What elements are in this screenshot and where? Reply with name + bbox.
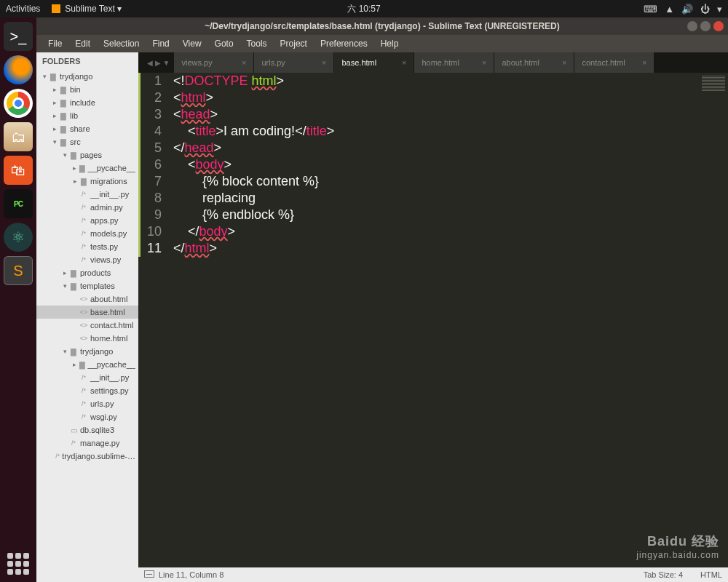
menu-file[interactable]: File xyxy=(42,37,68,50)
disclosure-arrow-icon[interactable]: ▸ xyxy=(51,99,58,106)
tab[interactable]: views.py× xyxy=(174,52,254,73)
dock-software[interactable]: 🛍 xyxy=(4,156,33,185)
menu-project[interactable]: Project xyxy=(274,37,313,50)
disclosure-arrow-icon[interactable]: ▸ xyxy=(71,178,79,185)
tree-item[interactable]: admin.py xyxy=(36,201,138,214)
system-menu-arrow-icon[interactable]: ▾ xyxy=(717,4,722,15)
tree-item[interactable]: ▸▇bin xyxy=(36,83,138,96)
tree-item[interactable]: home.html xyxy=(36,332,138,345)
close-button[interactable] xyxy=(713,21,724,31)
tab-close-icon[interactable]: × xyxy=(322,58,326,67)
show-applications-icon[interactable] xyxy=(7,553,29,575)
dock-sublime[interactable]: S xyxy=(4,256,33,285)
tree-item[interactable]: __init__.py xyxy=(36,371,138,384)
tree-item[interactable]: settings.py xyxy=(36,384,138,397)
tab[interactable]: home.html× xyxy=(414,52,494,73)
line-gutter[interactable]: 1234567891011 xyxy=(138,73,167,567)
tree-item[interactable]: __init__.py xyxy=(36,188,138,201)
tree-item[interactable]: about.html xyxy=(36,292,138,306)
tree-item[interactable]: manage.py xyxy=(36,436,138,450)
titlebar[interactable]: ~/Dev/trydjango/src/templates/base.html … xyxy=(36,17,728,35)
tree-item[interactable]: urls.py xyxy=(36,397,138,410)
tab-nav-arrows[interactable]: ◀ ▶ ▼ xyxy=(143,52,174,73)
tree-item[interactable]: models.py xyxy=(36,227,138,240)
tree-item[interactable]: contact.html xyxy=(36,319,138,332)
tree-item[interactable]: ▾▇trydjango xyxy=(36,70,138,83)
tab-close-icon[interactable]: × xyxy=(402,58,406,67)
menu-tools[interactable]: Tools xyxy=(241,37,273,50)
clock[interactable]: 六 10:57 xyxy=(347,3,380,15)
tab-close-icon[interactable]: × xyxy=(482,58,486,67)
menu-help[interactable]: Help xyxy=(375,37,405,50)
tree-item[interactable]: wsgi.py xyxy=(36,410,138,423)
dock-atom[interactable]: ⚛ xyxy=(4,223,33,252)
volume-icon[interactable]: 🔊 xyxy=(681,4,693,15)
status-tabsize[interactable]: Tab Size: 4 xyxy=(644,570,683,579)
app-menu[interactable]: Sublime Text ▾ xyxy=(52,4,122,14)
tree-item[interactable]: ▸▇products xyxy=(36,266,138,279)
dock-terminal[interactable]: >_ xyxy=(4,22,33,51)
tree-item[interactable]: ▾▇trydjango xyxy=(36,345,138,358)
menu-goto[interactable]: Goto xyxy=(209,37,240,50)
html-icon xyxy=(79,322,89,329)
tree-item[interactable]: base.html xyxy=(36,306,138,319)
tree-item[interactable]: ▸▇__pycache__ xyxy=(36,358,138,371)
menu-selection[interactable]: Selection xyxy=(98,37,145,50)
tree-item[interactable]: ▸▇lib xyxy=(36,109,138,122)
disclosure-arrow-icon[interactable]: ▾ xyxy=(41,73,48,80)
activities-button[interactable]: Activities xyxy=(6,4,40,14)
panel-switcher-icon[interactable] xyxy=(144,570,154,578)
py-icon xyxy=(55,453,60,460)
minimize-button[interactable] xyxy=(687,21,697,31)
tree-item[interactable]: ▸▇share xyxy=(36,122,138,135)
tree-item[interactable]: views.py xyxy=(36,253,138,266)
dock-files[interactable]: 🗂 xyxy=(4,122,33,151)
tree-item[interactable]: db.sqlite3 xyxy=(36,423,138,436)
tab-close-icon[interactable]: × xyxy=(562,58,566,67)
dock-firefox[interactable] xyxy=(4,55,33,84)
disclosure-arrow-icon[interactable]: ▾ xyxy=(61,348,68,355)
minimap[interactable] xyxy=(699,73,728,567)
menu-find[interactable]: Find xyxy=(146,37,175,50)
tree-item[interactable]: ▾▇pages xyxy=(36,148,138,162)
tab-close-icon[interactable]: × xyxy=(642,58,646,67)
tree-label: __pycache__ xyxy=(88,164,135,172)
tree-item[interactable]: ▾▇templates xyxy=(36,279,138,292)
tree-item[interactable]: trydjango.sublime-… xyxy=(36,450,138,463)
maximize-button[interactable] xyxy=(700,21,711,31)
editor-area[interactable]: 1234567891011 <!DOCTYPE html> <html> <he… xyxy=(138,73,728,567)
tab[interactable]: contact.html× xyxy=(574,52,654,73)
tab[interactable]: urls.py× xyxy=(254,52,334,73)
tab-close-icon[interactable]: × xyxy=(242,58,246,67)
tree-item[interactable]: ▾▇src xyxy=(36,135,138,148)
tree-item[interactable]: ▸▇__pycache__ xyxy=(36,162,138,175)
folder-tree[interactable]: ▾▇trydjango▸▇bin▸▇include▸▇lib▸▇share▾▇s… xyxy=(36,70,138,582)
network-icon[interactable]: ▲ xyxy=(665,4,674,15)
disclosure-arrow-icon[interactable]: ▸ xyxy=(51,125,58,132)
disclosure-arrow-icon[interactable]: ▸ xyxy=(71,164,78,172)
dock-pycharm[interactable]: PC xyxy=(4,189,33,218)
disclosure-arrow-icon[interactable]: ▸ xyxy=(51,86,58,93)
status-cursor[interactable]: Line 11, Column 8 xyxy=(159,570,223,579)
status-syntax[interactable]: HTML xyxy=(700,570,722,579)
menu-view[interactable]: View xyxy=(177,37,207,50)
disclosure-arrow-icon[interactable]: ▸ xyxy=(51,112,58,119)
disclosure-arrow-icon[interactable]: ▾ xyxy=(51,138,58,146)
tree-item[interactable]: apps.py xyxy=(36,214,138,227)
disclosure-arrow-icon[interactable]: ▾ xyxy=(61,282,68,290)
disclosure-arrow-icon[interactable]: ▸ xyxy=(61,269,68,276)
code-content[interactable]: <!DOCTYPE html> <html> <head> <title>I a… xyxy=(167,73,699,567)
menu-preferences[interactable]: Preferences xyxy=(314,37,373,50)
tree-item[interactable]: ▸▇include xyxy=(36,96,138,109)
disclosure-arrow-icon[interactable]: ▾ xyxy=(61,151,68,159)
keyboard-icon[interactable]: ⌨ xyxy=(644,4,657,15)
tab[interactable]: base.html× xyxy=(334,52,414,73)
dock-chrome[interactable] xyxy=(4,89,33,118)
tab[interactable]: about.html× xyxy=(494,52,574,73)
disclosure-arrow-icon[interactable]: ▸ xyxy=(71,361,78,368)
tree-item[interactable]: tests.py xyxy=(36,240,138,253)
power-icon[interactable]: ⏻ xyxy=(700,4,710,15)
menu-edit[interactable]: Edit xyxy=(69,37,96,50)
status-bar: Line 11, Column 8 Tab Size: 4 HTML xyxy=(138,567,728,582)
tree-item[interactable]: ▸▇migrations xyxy=(36,175,138,188)
